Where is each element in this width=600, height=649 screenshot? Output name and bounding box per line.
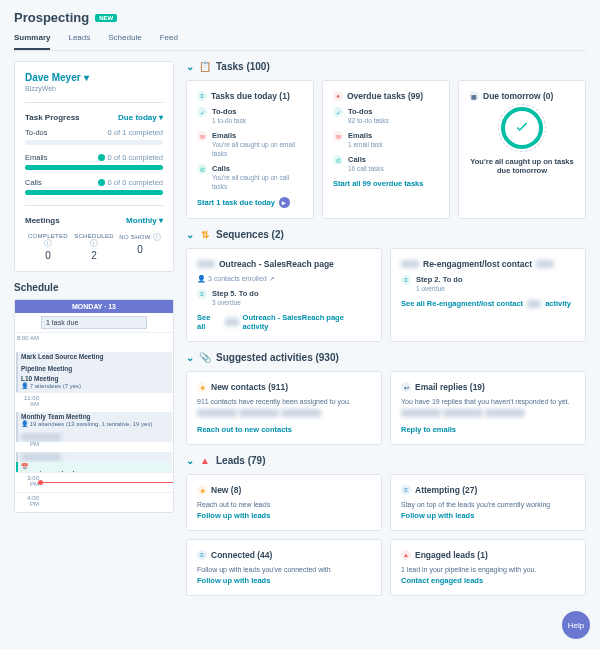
sequence-tile: Re-engagment/lost contact ≡Step 2. To do… [390, 248, 586, 342]
now-dot [38, 480, 43, 485]
tabs: Summary Leads Schedule Feed [14, 29, 586, 51]
now-indicator [41, 482, 173, 483]
calendar-event[interactable] [16, 432, 172, 442]
activity-tile: ★New contacts (911) 911 contacts have re… [186, 371, 382, 445]
hour-label: 8:00 AM [15, 333, 41, 352]
calendar-day-header: MONDAY · 13 [15, 300, 173, 313]
check-icon [98, 154, 105, 161]
progress-item: Emails0 of 0 completed [25, 153, 163, 170]
calendar-task-due[interactable]: 1 task due [41, 316, 147, 329]
tasks-title: Tasks (100) [216, 61, 270, 72]
clip-icon: 📎 [200, 353, 210, 363]
due-today-link[interactable]: Due today ▾ [118, 113, 163, 122]
activity-tile: ★New (8) Reach out to new leads Follow u… [186, 474, 382, 531]
calendar-event[interactable]: Mark Lead Source Meeting [16, 352, 172, 364]
fire-icon: ▲ [200, 456, 210, 466]
progress-item: To-dos0 of 1 completed [25, 128, 163, 145]
meeting-stat: SCHEDULED i2 [71, 233, 117, 261]
tile-icon: ▲ [401, 550, 411, 560]
todo-icon: ≡ [401, 275, 411, 285]
activity-tile: ▲Engaged leads (1) 1 lead in your pipeli… [390, 539, 586, 596]
tasks-due-today-tile: ≡Tasks due today (1) ✓ To-dos1 to-do tas… [186, 80, 314, 219]
meeting-stat: NO SHOW i0 [117, 233, 163, 261]
play-icon: ▸ [279, 197, 290, 208]
task-line: ✉ EmailsYou're all caught up on email ta… [197, 131, 303, 158]
tab-feed[interactable]: Feed [160, 29, 178, 50]
chevron-down-icon: ▾ [84, 72, 89, 83]
enrolled-link[interactable]: 👤 3 contacts enrolled ↗ [197, 275, 371, 283]
tile-link[interactable]: Follow up with leads [197, 576, 270, 585]
tile-icon: ≡ [197, 550, 207, 560]
task-line: ✉ Emails1 email task [333, 131, 439, 149]
tile-link[interactable]: Follow up with leads [401, 511, 474, 520]
calendar-event[interactable]: Monthly Team Meeting👤 19 attendees (13 a… [16, 412, 172, 432]
todo-icon: ✓ [197, 107, 207, 117]
call-icon: ✆ [333, 155, 343, 165]
tile-icon: ★ [197, 485, 207, 495]
chevron-down-icon[interactable]: ⌄ [186, 61, 194, 72]
page-title: Prospecting [14, 10, 89, 25]
call-icon: ✆ [197, 164, 207, 174]
task-line: ✓ To-dos1 to-do task [197, 107, 303, 125]
calendar-icon: 📋 [200, 62, 210, 72]
activity-tile: ≡Attempting (27) Stay on top of the lead… [390, 474, 586, 531]
email-icon: ✉ [197, 131, 207, 141]
see-all-link[interactable]: See all Outreach - SalesReach page activ… [197, 313, 371, 331]
due-tomorrow-tile: ▦Due tomorrow (0) You're all caught up o… [458, 80, 586, 219]
activity-tile: ↩Email replies (19) You have 19 replies … [390, 371, 586, 445]
user-org: BizzyWeb [25, 85, 163, 92]
chevron-down-icon[interactable]: ⌄ [186, 229, 194, 240]
calendar-event[interactable]: L10 Meeting👤 7 attendees (7 yes) [16, 374, 172, 392]
meetings-title: Meetings [25, 216, 60, 225]
calendar-event[interactable]: Sync [16, 452, 172, 462]
calendar-event[interactable]: 📅 came in as a lead [16, 462, 172, 472]
overdue-tasks-tile: ●Overdue tasks (99) ✓ To-dos82 to-do tas… [322, 80, 450, 219]
chevron-down-icon[interactable]: ⌄ [186, 455, 194, 466]
sequences-title: Sequences (2) [216, 229, 284, 240]
progress-item: Calls0 of 0 completed [25, 178, 163, 195]
sequences-icon: ⇅ [200, 230, 210, 240]
todo-icon: ≡ [197, 289, 207, 299]
hour-label: 11:00 AM [15, 393, 41, 412]
tile-icon: ↩ [401, 382, 411, 392]
start-overdue-link[interactable]: Start all 99 overdue tasks [333, 179, 423, 188]
tab-leads[interactable]: Leads [68, 29, 90, 50]
tile-icon: ★ [197, 382, 207, 392]
info-icon[interactable]: i [90, 239, 98, 247]
meeting-stat: COMPLETED i0 [25, 233, 71, 261]
tile-link[interactable]: Reach out to new contacts [197, 425, 292, 434]
hour-label: 4:00 PM [15, 493, 41, 512]
check-icon [98, 179, 105, 186]
list-icon: ≡ [197, 91, 207, 101]
calendar-event[interactable]: Pipeline Meeting [16, 364, 172, 374]
user-dropdown[interactable]: Dave Meyer ▾ [25, 72, 163, 83]
new-badge: NEW [95, 14, 117, 22]
tile-link[interactable]: Follow up with leads [197, 511, 270, 520]
info-icon[interactable]: i [44, 239, 52, 247]
info-icon[interactable]: i [153, 233, 161, 241]
task-line: ✆ Calls16 call tasks [333, 155, 439, 173]
warning-icon: ● [333, 91, 343, 101]
leads-title: Leads (79) [216, 455, 265, 466]
activity-tile: ≡Connected (44) Follow up with leads you… [186, 539, 382, 596]
suggested-title: Suggested activities (930) [216, 352, 339, 363]
start-today-link[interactable]: Start 1 task due today▸ [197, 197, 290, 208]
schedule-title: Schedule [14, 282, 174, 293]
task-progress-title: Task Progress [25, 113, 80, 122]
tomorrow-msg: You're all caught up on tasks due tomorr… [469, 157, 575, 175]
see-all-link[interactable]: See all Re-engagment/lost contact activi… [401, 299, 571, 308]
checkmark-icon [501, 107, 543, 149]
meetings-filter[interactable]: Monthly ▾ [126, 216, 163, 225]
task-line: ✆ CallsYou're all caught up on call task… [197, 164, 303, 191]
chevron-down-icon[interactable]: ⌄ [186, 352, 194, 363]
task-line: ✓ To-dos82 to-do tasks [333, 107, 439, 125]
tab-schedule[interactable]: Schedule [108, 29, 141, 50]
calendar: MONDAY · 13 1 task due 8:00 AM9:00 AM10:… [14, 299, 174, 513]
user-name: Dave Meyer [25, 72, 81, 83]
tile-link[interactable]: Reply to emails [401, 425, 456, 434]
tab-summary[interactable]: Summary [14, 29, 50, 50]
todo-icon: ✓ [333, 107, 343, 117]
tile-icon: ≡ [401, 485, 411, 495]
calendar-icon: ▦ [469, 91, 479, 101]
tile-link[interactable]: Contact engaged leads [401, 576, 483, 585]
